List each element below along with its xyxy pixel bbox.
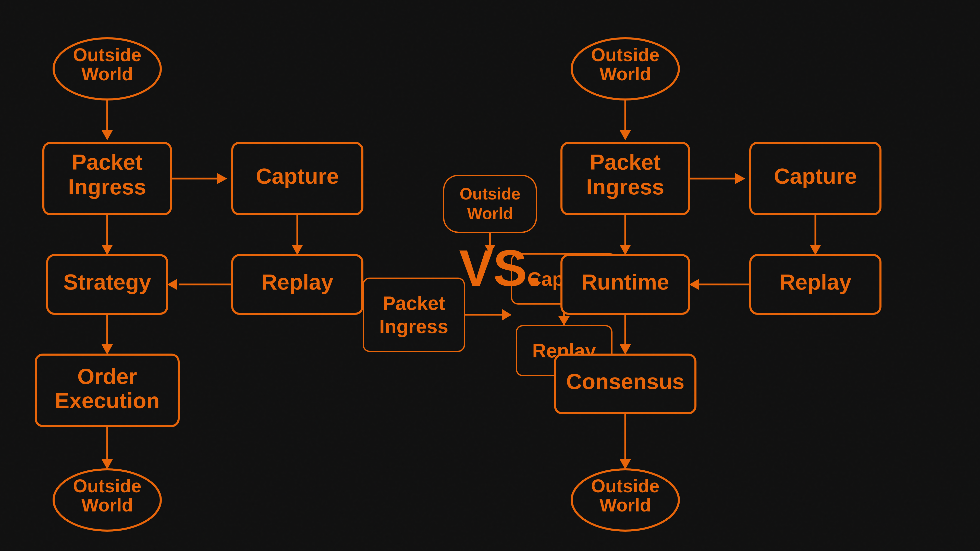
svg-marker-26 [735, 173, 745, 184]
vs-label: VS. [459, 240, 541, 297]
d2-consensus: Consensus [566, 369, 684, 394]
d1-outside-world-top-line2: World [81, 64, 133, 84]
svg-marker-38 [810, 245, 821, 255]
d1-capture: Capture [256, 164, 339, 188]
svg-marker-34 [620, 459, 631, 469]
d2-outside-world-bottom-line1: Outside [591, 476, 659, 496]
d1-order-execution-line1: Order [77, 364, 137, 389]
d2-replay: Replay [780, 270, 851, 294]
d1-outside-world-bottom-line2: World [81, 495, 133, 515]
svg-marker-7 [102, 245, 113, 255]
d1-replay: Replay [261, 270, 333, 294]
d2-outside-world-bottom-line2: World [600, 495, 651, 515]
main-container: Outside World Packet Ingress Strategy Or… [0, 0, 980, 551]
svg-marker-41 [689, 279, 699, 290]
d1-order-execution-line2: Execution [55, 388, 160, 413]
d1-packet-ingress-line2: Ingress [68, 175, 146, 199]
d2-packet-ingress-line2: Ingress [586, 175, 664, 199]
svg-marker-10 [102, 345, 113, 354]
d2-runtime: Runtime [581, 270, 669, 294]
svg-marker-28 [620, 245, 631, 255]
svg-marker-23 [620, 130, 631, 140]
svg-marker-20 [167, 279, 177, 290]
d2-packet-ingress-line1: Packet [590, 150, 660, 174]
d2-outside-world-top-line2: World [600, 64, 651, 84]
d1-packet-ingress-line1: Packet [72, 150, 142, 174]
d1-outside-world-top-line1: Outside [73, 44, 142, 65]
svg-marker-17 [292, 245, 303, 255]
d2-outside-world-top-line1: Outside [591, 44, 659, 65]
svg-marker-5 [217, 173, 227, 184]
diagram-svg: Outside World Packet Ingress Strategy Or… [0, 0, 980, 551]
d1-strategy: Strategy [63, 270, 151, 294]
svg-marker-13 [102, 459, 113, 469]
svg-marker-2 [102, 130, 113, 140]
svg-marker-31 [620, 345, 631, 354]
d2-capture: Capture [774, 164, 857, 188]
d1-outside-world-bottom-line1: Outside [73, 476, 142, 496]
